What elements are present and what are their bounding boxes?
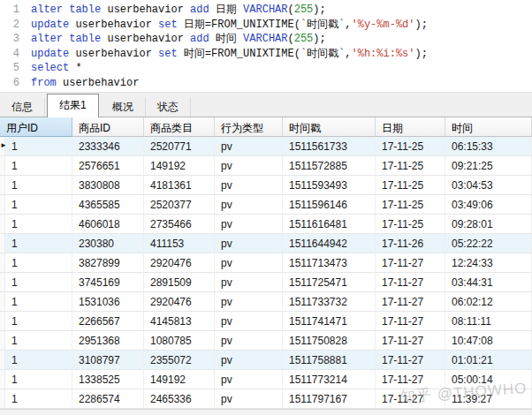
table-cell[interactable]: 17-11-27: [376, 370, 445, 389]
table-cell[interactable]: 2333346: [72, 137, 144, 156]
table-cell[interactable]: 09:21:25: [445, 156, 532, 176]
table-cell[interactable]: 2891509: [144, 273, 215, 292]
table-cell[interactable]: pv: [215, 389, 283, 409]
table-cell[interactable]: 06:15:33: [445, 137, 532, 156]
table-cell[interactable]: 17-11-27: [376, 351, 445, 370]
table-cell[interactable]: pv: [215, 176, 283, 195]
table-cell[interactable]: 2520377: [144, 195, 215, 215]
table-cell[interactable]: 1511561733: [283, 137, 376, 156]
table-cell[interactable]: 1: [5, 389, 72, 409]
table-cell[interactable]: 1: [5, 137, 72, 156]
sql-editor[interactable]: 1alter table userbehavior add 日期 VARCHAR…: [0, 0, 532, 92]
table-cell[interactable]: 1511596146: [283, 195, 376, 215]
table-cell[interactable]: 2735466: [144, 215, 215, 234]
table-cell[interactable]: pv: [215, 156, 283, 176]
table-cell[interactable]: pv: [215, 312, 283, 331]
table-cell[interactable]: 1338525: [72, 370, 144, 389]
table-cell[interactable]: 1511797167: [283, 389, 376, 409]
table-cell[interactable]: 3827899: [72, 253, 144, 273]
table-cell[interactable]: pv: [215, 215, 283, 234]
table-cell[interactable]: 17-11-27: [376, 253, 445, 273]
table-cell[interactable]: 1: [5, 292, 72, 312]
table-cell[interactable]: 2576651: [72, 156, 144, 176]
table-cell[interactable]: pv: [215, 273, 283, 292]
table-cell[interactable]: pv: [215, 195, 283, 215]
table-cell[interactable]: 4145813: [144, 312, 215, 331]
table-cell[interactable]: 2355072: [144, 351, 215, 370]
table-cell[interactable]: pv: [215, 253, 283, 273]
table-cell[interactable]: 1: [5, 156, 72, 176]
table-cell[interactable]: 03:44:31: [445, 273, 532, 292]
column-header-7[interactable]: 时间: [445, 117, 532, 137]
column-header-5[interactable]: 时间戳: [283, 117, 376, 137]
table-cell[interactable]: 10:47:08: [445, 331, 532, 351]
table-cell[interactable]: 1511616481: [283, 215, 376, 234]
table-cell[interactable]: 1: [5, 312, 72, 331]
table-cell[interactable]: 06:02:12: [445, 292, 532, 312]
table-cell[interactable]: 17-11-25: [376, 195, 445, 215]
code-line[interactable]: 6from userbehavior: [0, 76, 532, 91]
table-cell[interactable]: 03:04:53: [445, 176, 532, 195]
table-cell[interactable]: 17-11-27: [376, 312, 445, 331]
table-cell[interactable]: 17-11-27: [376, 389, 445, 409]
table-cell[interactable]: 411153: [144, 234, 215, 253]
table-cell[interactable]: 230380: [72, 234, 144, 253]
table-cell[interactable]: 2266567: [72, 312, 144, 331]
table-cell[interactable]: 09:28:01: [445, 215, 532, 234]
table-cell[interactable]: 1511733732: [283, 292, 376, 312]
table-cell[interactable]: 11:39:27: [445, 389, 532, 409]
table-cell[interactable]: pv: [215, 351, 283, 370]
table-cell[interactable]: 1511593493: [283, 176, 376, 195]
table-cell[interactable]: 149192: [144, 370, 215, 389]
table-cell[interactable]: 12:24:33: [445, 253, 532, 273]
table-cell[interactable]: 1511572885: [283, 156, 376, 176]
table-cell[interactable]: 1: [5, 273, 72, 292]
table-cell[interactable]: 4365585: [72, 195, 144, 215]
table-cell[interactable]: 1: [5, 195, 72, 215]
column-header-3[interactable]: 商品类目: [144, 117, 215, 137]
table-cell[interactable]: 1: [5, 253, 72, 273]
table-cell[interactable]: 3830808: [72, 176, 144, 195]
table-cell[interactable]: 2920476: [144, 292, 215, 312]
table-cell[interactable]: 1: [5, 234, 72, 253]
table-cell[interactable]: 01:01:21: [445, 351, 532, 370]
tab-info[interactable]: 信息: [0, 97, 45, 117]
table-cell[interactable]: pv: [215, 292, 283, 312]
tab-overview[interactable]: 概况: [101, 97, 146, 117]
table-cell[interactable]: 17-11-27: [376, 273, 445, 292]
table-cell[interactable]: 3108797: [72, 351, 144, 370]
table-cell[interactable]: 1511758881: [283, 351, 376, 370]
column-header-1[interactable]: 用户ID: [0, 117, 72, 137]
table-cell[interactable]: 1511741471: [283, 312, 376, 331]
table-cell[interactable]: 1511713473: [283, 253, 376, 273]
table-cell[interactable]: 1511773214: [283, 370, 376, 389]
table-cell[interactable]: 3745169: [72, 273, 144, 292]
table-cell[interactable]: 17-11-27: [376, 331, 445, 351]
code-line[interactable]: 5select *: [0, 61, 532, 76]
table-cell[interactable]: 1: [5, 215, 72, 234]
table-cell[interactable]: 4181361: [144, 176, 215, 195]
table-cell[interactable]: 2520771: [144, 137, 215, 156]
table-cell[interactable]: 1: [5, 176, 72, 195]
table-cell[interactable]: 17-11-27: [376, 292, 445, 312]
table-cell[interactable]: 2920476: [144, 253, 215, 273]
table-cell[interactable]: 1511725471: [283, 273, 376, 292]
table-cell[interactable]: 05:22:22: [445, 234, 532, 253]
table-cell[interactable]: 2951368: [72, 331, 144, 351]
code-line[interactable]: 2update userbehavior set 日期=FROM_UNIXTIM…: [0, 18, 532, 33]
table-cell[interactable]: 1511750828: [283, 331, 376, 351]
table-cell[interactable]: 1511644942: [283, 234, 376, 253]
column-header-6[interactable]: 日期: [376, 117, 445, 137]
table-cell[interactable]: 1: [5, 331, 72, 351]
table-cell[interactable]: 17-11-25: [376, 156, 445, 176]
table-cell[interactable]: 1: [5, 370, 72, 389]
code-line[interactable]: 1alter table userbehavior add 日期 VARCHAR…: [0, 3, 532, 18]
column-header-2[interactable]: 商品ID: [72, 117, 144, 137]
table-cell[interactable]: 1: [5, 351, 72, 370]
table-cell[interactable]: 1531036: [72, 292, 144, 312]
table-cell[interactable]: 2465336: [144, 389, 215, 409]
code-line[interactable]: 4update userbehavior set 时间=FROM_UNIXTIM…: [0, 47, 532, 62]
tab-status[interactable]: 状态: [146, 97, 191, 117]
table-cell[interactable]: 17-11-25: [376, 215, 445, 234]
table-cell[interactable]: 03:49:06: [445, 195, 532, 215]
